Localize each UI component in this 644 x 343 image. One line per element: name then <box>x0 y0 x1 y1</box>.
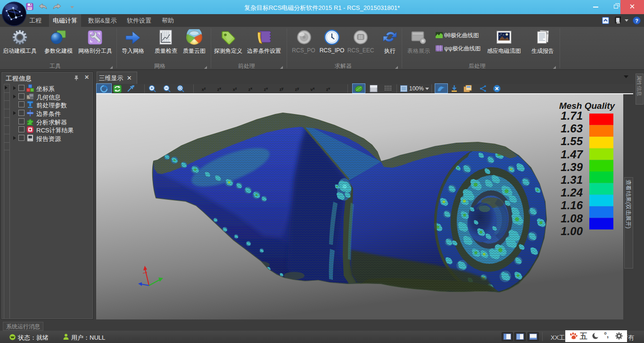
svg-text:1.71: 1.71 <box>561 109 583 122</box>
svg-text:1.63: 1.63 <box>561 122 583 135</box>
svg-text:1.08: 1.08 <box>561 212 583 225</box>
svg-text:1.00: 1.00 <box>561 225 583 237</box>
svg-text:1.31: 1.31 <box>561 173 583 186</box>
svg-text:1.16: 1.16 <box>561 199 583 212</box>
svg-text:1.24: 1.24 <box>561 186 583 199</box>
svg-text:1.47: 1.47 <box>561 148 583 161</box>
svg-text:?: ? <box>635 18 638 24</box>
svg-text:1.39: 1.39 <box>561 161 583 173</box>
svg-text:1.55: 1.55 <box>561 135 583 147</box>
